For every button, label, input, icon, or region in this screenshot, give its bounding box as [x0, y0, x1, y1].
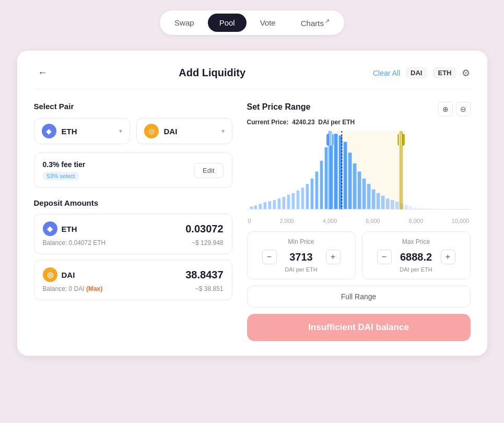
dai-icon: ◎ — [144, 124, 159, 138]
dai-balance: Balance: 0 DAI (Max) — [43, 285, 103, 292]
svg-rect-17 — [324, 147, 327, 209]
svg-rect-36 — [413, 207, 416, 209]
svg-rect-19 — [334, 134, 337, 209]
header-actions: Clear All DAI ETH ⚙ — [373, 67, 471, 79]
svg-rect-11 — [296, 191, 299, 209]
svg-rect-10 — [291, 193, 295, 209]
svg-rect-8 — [282, 197, 285, 209]
eth-deposit-token: ◆ ETH — [43, 221, 77, 236]
dai-chevron-icon: ▾ — [221, 127, 225, 135]
dai-deposit-token: ◎ DAI — [43, 267, 75, 282]
x-label-10000: 10,000 — [452, 218, 470, 224]
tab-pool[interactable]: Pool — [208, 14, 247, 32]
svg-rect-24 — [357, 171, 361, 209]
min-price-label: Min Price — [256, 238, 347, 245]
zoom-controls: ⊕ ⊖ — [438, 102, 471, 116]
page-title: Add Liquidity — [179, 67, 245, 79]
fee-tier-box: 0.3% fee tier 53% select Edit — [34, 152, 232, 188]
svg-rect-32 — [395, 202, 398, 209]
svg-rect-34 — [404, 205, 407, 209]
max-price-unit: DAI per ETH — [371, 266, 462, 273]
tab-charts[interactable]: Charts — [289, 14, 341, 32]
back-button[interactable]: ← — [34, 65, 52, 80]
dai-deposit-amount[interactable]: 38.8437 — [185, 269, 223, 281]
max-price-increase[interactable]: + — [441, 250, 455, 264]
min-price-unit: DAI per ETH — [256, 266, 347, 273]
svg-rect-28 — [376, 193, 380, 209]
settings-button[interactable]: ⚙ — [462, 67, 470, 79]
dai-deposit-bottom: Balance: 0 DAI (Max) ~$ 38.851 — [43, 285, 224, 292]
price-inputs: Min Price − 3713 + DAI per ETH Max Price… — [247, 231, 471, 279]
deposit-title: Deposit Amounts — [34, 198, 232, 207]
dai-token-select[interactable]: ◎ DAI ▾ — [136, 118, 232, 144]
fee-select-badge: 53% select — [43, 172, 79, 180]
svg-rect-35 — [408, 206, 412, 209]
max-price-value: 6888.2 — [398, 251, 435, 263]
svg-rect-9 — [287, 195, 290, 209]
svg-rect-25 — [362, 179, 366, 209]
svg-rect-30 — [385, 198, 389, 209]
svg-rect-21 — [343, 142, 347, 209]
top-navigation: Swap Pool Vote Charts — [160, 10, 344, 35]
dai-deposit-top: ◎ DAI 38.8437 — [43, 267, 224, 282]
dai-deposit-icon: ◎ — [43, 267, 57, 282]
edit-fee-button[interactable]: Edit — [194, 163, 223, 178]
right-column: Set Price Range ⊕ ⊖ Current Price: 4240.… — [247, 102, 471, 341]
main-card: ← Add Liquidity Clear All DAI ETH ⚙ Sele… — [17, 51, 487, 356]
price-range-title: Set Price Range — [247, 102, 311, 112]
min-price-decrease[interactable]: − — [262, 250, 277, 264]
max-price-decrease[interactable]: − — [377, 250, 392, 264]
left-column: Select Pair ◆ ETH ▾ ◎ DAI ▾ 0.3% fee tie… — [34, 102, 232, 341]
price-chart — [247, 131, 471, 215]
card-header: ← Add Liquidity Clear All DAI ETH ⚙ — [34, 65, 471, 89]
dai-token-name: DAI — [164, 127, 216, 136]
eth-token-select[interactable]: ◆ ETH ▾ — [34, 118, 130, 144]
max-price-box: Max Price − 6888.2 + DAI per ETH — [362, 231, 471, 279]
chart-x-labels: 0 2,000 4,000 6,000 8,000 10,000 — [247, 218, 471, 224]
min-price-controls: − 3713 + — [256, 250, 347, 264]
min-price-increase[interactable]: + — [326, 250, 341, 264]
svg-rect-29 — [381, 196, 384, 209]
svg-rect-3 — [259, 204, 262, 209]
svg-rect-31 — [390, 200, 394, 209]
full-range-button[interactable]: Full Range — [247, 286, 471, 308]
eth-token-name: ETH — [62, 127, 114, 136]
eth-badge: ETH — [432, 67, 456, 79]
dai-deposit-name: DAI — [62, 271, 75, 279]
content-columns: Select Pair ◆ ETH ▾ ◎ DAI ▾ 0.3% fee tie… — [34, 102, 471, 341]
svg-rect-22 — [348, 152, 351, 209]
svg-rect-14 — [310, 179, 313, 209]
eth-deposit-name: ETH — [62, 225, 77, 233]
svg-rect-27 — [371, 189, 375, 209]
x-label-6000: 6,000 — [366, 218, 380, 224]
tab-swap[interactable]: Swap — [163, 14, 206, 32]
select-pair-title: Select Pair — [34, 102, 232, 111]
eth-deposit-icon: ◆ — [43, 221, 57, 236]
current-price: Current Price: 4240.23 DAI per ETH — [247, 119, 471, 126]
zoom-out-button[interactable]: ⊖ — [456, 102, 471, 116]
min-price-box: Min Price − 3713 + DAI per ETH — [247, 231, 356, 279]
dai-deposit-box: ◎ DAI 38.8437 Balance: 0 DAI (Max) ~$ 38… — [34, 260, 232, 300]
svg-rect-26 — [367, 184, 370, 209]
x-label-2000: 2,000 — [279, 218, 294, 224]
price-range-header: Set Price Range ⊕ ⊖ — [247, 102, 471, 116]
current-price-unit: DAI per ETH — [318, 119, 355, 126]
max-price-controls: − 6888.2 + — [371, 250, 462, 264]
svg-rect-15 — [315, 171, 318, 209]
clear-all-button[interactable]: Clear All — [373, 69, 400, 77]
eth-icon: ◆ — [42, 124, 56, 138]
eth-deposit-top: ◆ ETH 0.03072 — [43, 221, 224, 236]
eth-chevron-icon: ▾ — [119, 127, 122, 135]
eth-deposit-amount[interactable]: 0.03072 — [185, 223, 223, 235]
current-price-value: 4240.23 — [292, 119, 314, 126]
eth-balance: Balance: 0.04072 ETH — [43, 239, 106, 246]
zoom-in-button[interactable]: ⊕ — [438, 102, 453, 116]
eth-deposit-bottom: Balance: 0.04072 ETH ~$ 129.948 — [43, 239, 224, 246]
max-link[interactable]: (Max) — [86, 285, 102, 292]
fee-tier-label: 0.3% fee tier — [43, 160, 86, 169]
max-price-label: Max Price — [371, 238, 462, 245]
x-label-0: 0 — [248, 218, 251, 224]
eth-usd-value: ~$ 129.948 — [192, 239, 223, 246]
svg-rect-7 — [277, 198, 280, 209]
tab-vote[interactable]: Vote — [249, 14, 287, 32]
